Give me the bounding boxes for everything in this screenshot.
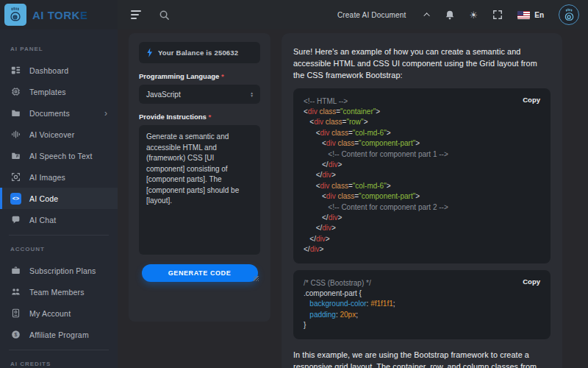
menu-toggle-icon[interactable]: [131, 10, 141, 19]
create-ai-document-dropdown[interactable]: Create AI Document: [337, 11, 430, 19]
theme-sun-icon[interactable]: ☀: [470, 10, 478, 21]
response-outro: In this example, we are using the Bootst…: [293, 349, 551, 368]
dashboard-icon: [10, 65, 21, 76]
ai-response-card: Sure! Here's an example of how you can c…: [282, 33, 562, 368]
sidebar-item-team-members[interactable]: Team Members: [0, 281, 118, 302]
section-label-ai-panel: AI PANEL: [10, 46, 118, 52]
programming-language-select[interactable]: JavaScript ▴▾: [139, 85, 260, 104]
main-content: Your Balance is 250632 Programming Langu…: [118, 29, 588, 368]
image-focus-icon: [10, 171, 21, 183]
bolt-icon: [146, 48, 153, 57]
logo[interactable]: AI TORKE: [0, 0, 118, 29]
html-code-block: Copy <!-- HTML --><div class="container"…: [293, 88, 551, 263]
us-flag-icon: [517, 11, 530, 19]
balance-text: Your Balance is 250632: [158, 49, 238, 57]
sidebar-divider: [9, 235, 109, 236]
html-code: <!-- HTML --><div class="container"> <di…: [304, 96, 540, 255]
copy-css-button[interactable]: Copy: [523, 277, 540, 286]
sidebar-item-subscription-plans[interactable]: Subscription Plans: [0, 260, 118, 281]
sidebar-item-affiliate-program[interactable]: $ Affiliate Program: [0, 324, 118, 345]
app-title: AI TORKE: [32, 9, 87, 21]
programming-language-label: Programming Language *: [139, 72, 260, 80]
language-code: En: [534, 11, 544, 19]
svg-text:$: $: [15, 332, 18, 337]
user-avatar[interactable]: [559, 4, 579, 25]
section-label-account: ACCOUNT: [10, 246, 118, 252]
section-label-ai-credits: AI CREDITS: [10, 361, 118, 367]
language-selector[interactable]: En: [517, 11, 544, 19]
search-icon[interactable]: [159, 10, 170, 21]
sidebar-item-ai-chat[interactable]: AI Chat: [0, 209, 118, 230]
selected-language: JavaScript: [146, 91, 181, 99]
speech-folder-icon: [10, 150, 21, 161]
sidebar-item-ai-speech-to-text[interactable]: AI Speech to Text: [0, 145, 118, 166]
dollar-icon: $: [10, 329, 21, 340]
sidebar-item-ai-images[interactable]: AI Images: [0, 166, 118, 188]
ai-code-form-card: Your Balance is 250632 Programming Langu…: [129, 33, 270, 322]
textarea-resize-handle[interactable]: [254, 276, 259, 281]
chevron-right-icon: ›: [104, 108, 107, 118]
fullscreen-icon[interactable]: [492, 10, 503, 20]
create-ai-document-label: Create AI Document: [337, 11, 406, 19]
code-icon: <>: [10, 193, 21, 204]
sidebar-item-dashboard[interactable]: Dashboard: [0, 60, 118, 81]
sidebar-item-ai-voiceover[interactable]: AI Voiceover: [0, 124, 118, 145]
sidebar: AI PANEL Dashboard Templates Documents ›: [0, 29, 118, 368]
chat-bubble-icon: [10, 214, 21, 225]
team-icon: [10, 286, 21, 297]
instructions-textarea[interactable]: Generate a semantic and accessible HTML …: [139, 125, 260, 255]
waveform-icon: [10, 129, 21, 140]
css-code-block: Copy /* CSS (Bootstrap) */.component-par…: [293, 270, 551, 339]
brain-logo-icon: [4, 4, 26, 26]
provide-instructions-label: Provide Instructions *: [139, 113, 260, 121]
copy-html-button[interactable]: Copy: [523, 96, 540, 104]
id-card-icon: [10, 308, 21, 319]
generate-code-button[interactable]: GENERATE CODE: [142, 264, 258, 282]
chip-icon: [10, 86, 21, 97]
sidebar-item-templates[interactable]: Templates: [0, 81, 118, 102]
response-intro: Sure! Here's an example of how you can c…: [293, 46, 551, 82]
css-code: /* CSS (Bootstrap) */.component-part { b…: [304, 278, 540, 331]
balance-chip: Your Balance is 250632: [139, 42, 260, 63]
sidebar-divider: [9, 350, 109, 350]
top-header: AI TORKE Create AI Document ☀ En: [0, 0, 588, 29]
select-arrows-icon: ▴▾: [251, 91, 253, 98]
sidebar-item-ai-code[interactable]: <> AI Code: [0, 188, 118, 209]
folder-icon: [10, 107, 21, 118]
briefcase-icon: [10, 265, 21, 276]
chevron-up-icon: [423, 13, 429, 18]
sidebar-item-my-account[interactable]: My Account: [0, 302, 118, 324]
sidebar-item-documents[interactable]: Documents ›: [0, 102, 118, 124]
notifications-bell-icon[interactable]: [445, 10, 455, 21]
